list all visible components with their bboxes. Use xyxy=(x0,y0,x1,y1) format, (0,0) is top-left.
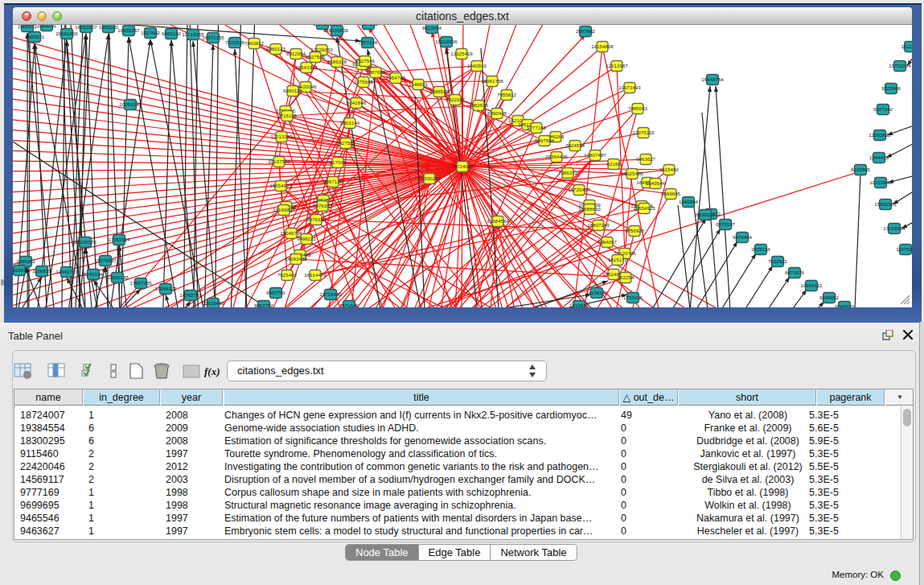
svg-text:16782759: 16782759 xyxy=(179,292,202,298)
svg-text:14136141: 14136141 xyxy=(585,290,608,295)
svg-text:8878353: 8878353 xyxy=(313,203,333,208)
svg-text:20206576: 20206576 xyxy=(74,239,97,245)
svg-text:1905571: 1905571 xyxy=(25,34,45,39)
svg-text:16671355: 16671355 xyxy=(202,35,224,40)
svg-text:19166827: 19166827 xyxy=(273,207,295,212)
svg-text:2867608: 2867608 xyxy=(366,69,386,75)
svg-text:19654925: 19654925 xyxy=(633,205,655,211)
svg-text:12213369: 12213369 xyxy=(270,134,293,139)
svg-text:20053346: 20053346 xyxy=(119,101,142,107)
svg-text:3375685: 3375685 xyxy=(354,79,374,84)
svg-text:9329966: 9329966 xyxy=(881,85,901,91)
svg-text:7625402: 7625402 xyxy=(277,272,298,278)
svg-text:9245653: 9245653 xyxy=(835,303,855,307)
svg-text:1905572: 1905572 xyxy=(18,25,38,29)
svg-text:62160: 62160 xyxy=(606,161,621,167)
svg-text:2803144: 2803144 xyxy=(340,120,360,126)
svg-text:3824554: 3824554 xyxy=(565,142,585,148)
svg-text:9474444: 9474444 xyxy=(733,234,753,240)
svg-text:9860123: 9860123 xyxy=(266,46,286,51)
svg-text:9245652: 9245652 xyxy=(819,295,840,300)
svg-text:8912954: 8912954 xyxy=(286,51,306,56)
svg-text:16154808: 16154808 xyxy=(591,43,614,49)
svg-text:917006: 917006 xyxy=(330,159,347,165)
svg-text:20691406: 20691406 xyxy=(55,31,78,36)
svg-text:9242848: 9242848 xyxy=(347,100,367,105)
svg-text:16033809: 16033809 xyxy=(326,27,348,33)
svg-text:7485063: 7485063 xyxy=(628,105,648,111)
svg-text:7632621: 7632621 xyxy=(768,258,788,264)
svg-text:10654112: 10654112 xyxy=(800,282,823,288)
svg-text:6990448: 6990448 xyxy=(487,110,507,116)
svg-text:17359924: 17359924 xyxy=(108,237,130,242)
svg-text:9498222: 9498222 xyxy=(297,236,317,241)
svg-text:1962615: 1962615 xyxy=(469,102,489,108)
svg-text:7463822: 7463822 xyxy=(244,40,265,46)
svg-text:12942757: 12942757 xyxy=(55,269,78,274)
svg-text:1571640: 1571640 xyxy=(339,303,359,307)
svg-text:6466160: 6466160 xyxy=(162,31,182,36)
svg-text:7955812: 7955812 xyxy=(497,92,517,97)
svg-text:16961758: 16961758 xyxy=(481,78,503,84)
svg-text:2588520: 2588520 xyxy=(429,89,450,94)
svg-text:1167531: 1167531 xyxy=(896,246,912,252)
svg-text:1145194: 1145194 xyxy=(84,271,103,277)
svg-text:7515526: 7515526 xyxy=(225,39,245,45)
svg-text:17016504: 17016504 xyxy=(883,225,906,231)
svg-text:8813054: 8813054 xyxy=(422,25,442,31)
svg-text:12923448: 12923448 xyxy=(202,300,224,306)
svg-text:10719155: 10719155 xyxy=(182,31,204,37)
svg-text:12213967: 12213967 xyxy=(606,63,628,68)
svg-text:1615172: 1615172 xyxy=(608,257,628,262)
svg-text:9699695: 9699695 xyxy=(661,191,681,196)
svg-text:12505135: 12505135 xyxy=(106,274,129,280)
svg-text:10046736: 10046736 xyxy=(280,230,302,236)
svg-text:1685061: 1685061 xyxy=(16,258,36,264)
svg-text:16543342: 16543342 xyxy=(295,64,318,70)
svg-text:18724007: 18724007 xyxy=(451,163,474,169)
svg-text:1733426: 1733426 xyxy=(623,295,643,300)
svg-text:1649544: 1649544 xyxy=(646,180,666,186)
svg-text:10973493: 10973493 xyxy=(618,84,641,90)
svg-text:10655267: 10655267 xyxy=(117,27,140,33)
svg-text:10688610: 10688610 xyxy=(578,206,601,212)
svg-text:9327505: 9327505 xyxy=(306,54,326,60)
svg-text:9657791: 9657791 xyxy=(266,290,286,295)
svg-text:19654923: 19654923 xyxy=(269,183,292,188)
svg-text:15720407: 15720407 xyxy=(568,187,590,192)
svg-text:7386372: 7386372 xyxy=(558,170,578,175)
svg-text:8454749: 8454749 xyxy=(386,75,406,80)
svg-text:2935114: 2935114 xyxy=(751,246,770,252)
svg-text:8186328: 8186328 xyxy=(327,59,347,64)
svg-text:1603381: 1603381 xyxy=(313,25,333,27)
svg-text:9390123: 9390123 xyxy=(283,88,303,93)
svg-text:16648764: 16648764 xyxy=(701,76,724,82)
svg-text:7357224: 7357224 xyxy=(358,39,378,45)
svg-text:3267130: 3267130 xyxy=(323,179,343,184)
svg-text:9146821: 9146821 xyxy=(409,81,429,87)
svg-text:9463627: 9463627 xyxy=(636,156,656,162)
svg-text:2087682: 2087682 xyxy=(576,28,596,34)
svg-text:1244415: 1244415 xyxy=(869,154,889,160)
svg-text:10025488: 10025488 xyxy=(621,171,643,176)
svg-text:17957255: 17957255 xyxy=(129,280,152,286)
svg-text:1655320: 1655320 xyxy=(99,25,119,30)
svg-text:15300243: 15300243 xyxy=(418,175,441,181)
svg-text:6879197: 6879197 xyxy=(716,221,736,227)
svg-text:19218506: 19218506 xyxy=(435,39,458,44)
svg-text:2069141: 2069141 xyxy=(37,25,57,28)
svg-text:1112202: 1112202 xyxy=(901,43,912,49)
svg-text:19975887: 19975887 xyxy=(94,257,117,263)
svg-text:8215955: 8215955 xyxy=(851,167,871,172)
svg-text:252254: 252254 xyxy=(618,274,634,280)
svg-text:1716116: 1716116 xyxy=(277,113,297,118)
svg-text:10807487: 10807487 xyxy=(584,152,606,158)
svg-text:10958107: 10958107 xyxy=(154,286,177,291)
svg-text:10210643: 10210643 xyxy=(869,179,892,185)
svg-text:9327546: 9327546 xyxy=(355,58,376,64)
svg-text:9777169: 9777169 xyxy=(527,125,547,130)
svg-text:9227342: 9227342 xyxy=(873,106,893,112)
svg-text:1413615: 1413615 xyxy=(569,303,589,307)
svg-text:15692971: 15692971 xyxy=(874,201,897,207)
svg-text:10107553: 10107553 xyxy=(268,159,290,164)
